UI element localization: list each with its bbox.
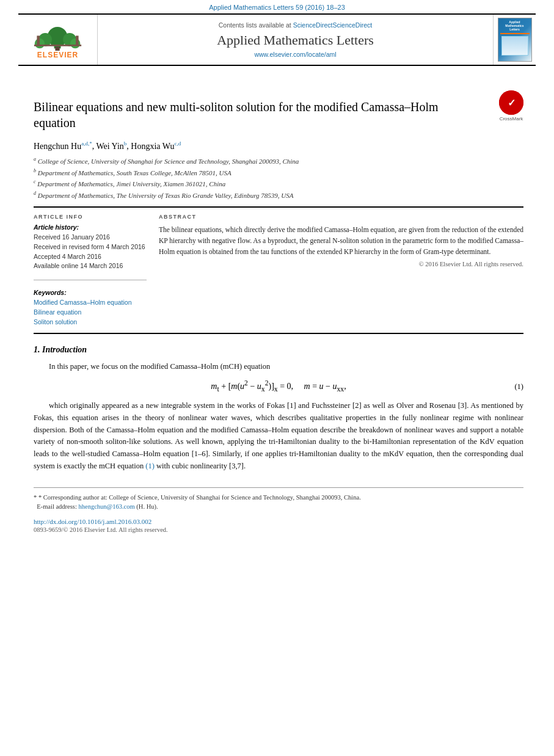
journal-name: Applied Mathematics Letters xyxy=(217,32,374,48)
copyright-line: 0893-9659/© 2016 Elsevier Ltd. All right… xyxy=(34,526,523,533)
author-wei-sup: b xyxy=(124,140,127,147)
crossmark-icon: ✓ xyxy=(499,90,523,115)
contents-line: Contents lists available at ScienceDirec… xyxy=(219,21,373,29)
elsevier-brand-text: ELSEVIER xyxy=(37,51,78,59)
article-body: ARTICLE INFO Article history: Received 1… xyxy=(34,214,523,327)
keyword-1: Modified Camassa–Holm equation xyxy=(34,298,147,308)
available-date: Available online 14 March 2016 xyxy=(34,261,147,271)
accepted-date: Accepted 4 March 2016 xyxy=(34,252,147,262)
section-divider-bottom xyxy=(34,333,523,334)
sciencedirect-link[interactable]: ScienceDirect xyxy=(293,21,333,29)
svg-text:✓: ✓ xyxy=(508,98,516,108)
affiliation-b: b Department of Mathematics, South Texas… xyxy=(34,168,523,178)
footnote-area: * * Corresponding author at: College of … xyxy=(34,487,523,512)
equation-1-block: mt + [m(u2 − ux2)]x = 0, m = u − uxx, (1… xyxy=(34,382,523,391)
affiliation-a: a College of Science, University of Shan… xyxy=(34,156,523,167)
received-date: Received 16 January 2016 xyxy=(34,233,147,242)
article-info-label: ARTICLE INFO xyxy=(34,214,147,220)
author-hu-sup: a,d,* xyxy=(81,140,92,147)
abstract-text: The bilinear equations, which directly d… xyxy=(159,225,523,257)
cover-title-text: AppliedMathematicsLetters xyxy=(505,20,523,31)
author-hu: Hengchun Hu xyxy=(34,142,81,151)
history-label: Article history: xyxy=(34,224,147,231)
elsevier-logo-area: ELSEVIER xyxy=(18,15,98,65)
affiliation-d: d Department of Mathematics, The Univers… xyxy=(34,191,523,201)
crossmark-label: CrossMark xyxy=(499,116,523,122)
footnote-corresponding: * Corresponding author at: College of Sc… xyxy=(38,494,361,501)
affiliations: a College of Science, University of Shan… xyxy=(34,156,523,200)
journal-title-area: Contents lists available at ScienceDirec… xyxy=(98,15,493,65)
keywords-section: Keywords: Modified Camassa–Holm equation… xyxy=(34,289,147,327)
abstract-footer: © 2016 Elsevier Ltd. All rights reserved… xyxy=(159,261,523,267)
author-hongxia-sup: c,d xyxy=(174,140,181,147)
email-label: E-mail address: xyxy=(37,503,77,510)
journal-cover: AppliedMathematicsLetters xyxy=(493,15,536,65)
journal-url[interactable]: www.elsevier.com/locate/aml xyxy=(254,51,336,58)
footnote-email-line: E-mail address: hhengchun@163.com (H. Hu… xyxy=(34,502,523,512)
keyword-2: Bilinear equation xyxy=(34,308,147,318)
svg-point-5 xyxy=(70,38,80,48)
authors-line: Hengchun Hua,d,*, Wei Yinb, Hongxia Wuc,… xyxy=(34,142,523,151)
keywords-label: Keywords: xyxy=(34,289,147,296)
main-content: Bilinear equations and new multi-soliton… xyxy=(0,66,554,544)
keyword-3: Soliton solution xyxy=(34,318,147,327)
abstract-section: ABSTRACT The bilinear equations, which d… xyxy=(159,214,523,327)
intro-section: 1. Introduction In this paper, we focus … xyxy=(34,345,523,472)
intro-heading-text: 1. Introduction xyxy=(34,345,87,354)
intro-paragraph-1: In this paper, we focus on the modified … xyxy=(34,361,523,373)
svg-rect-9 xyxy=(34,45,81,46)
doi-area: http://dx.doi.org/10.1016/j.aml.2016.03.… xyxy=(34,518,523,533)
info-divider xyxy=(34,280,147,280)
journal-header: ELSEVIER Contents lists available at Sci… xyxy=(18,13,536,66)
svg-rect-8 xyxy=(76,35,79,45)
footnote-star: * * Corresponding author at: College of … xyxy=(34,493,523,503)
revised-date: Received in revised form 4 March 2016 xyxy=(34,242,147,252)
abstract-label: ABSTRACT xyxy=(159,214,523,220)
footnote-email[interactable]: hhengchun@163.com xyxy=(78,503,134,510)
title-crossmark-row: Bilinear equations and new multi-soliton… xyxy=(34,88,523,137)
equation-1: mt + [m(u2 − ux2)]x = 0, m = u − uxx, xyxy=(34,382,523,391)
intro-heading: 1. Introduction xyxy=(34,345,523,355)
body-text-2: which originally appeared as a new integ… xyxy=(34,400,523,473)
affiliation-c: c Department of Mathematics, Jimei Unive… xyxy=(34,179,523,189)
paper-title: Bilinear equations and new multi-soliton… xyxy=(34,99,449,131)
journal-cover-image: AppliedMathematicsLetters xyxy=(498,18,532,62)
citation-text: Applied Mathematics Letters 59 (2016) 18… xyxy=(209,4,345,11)
footnote-email-suffix: (H. Hu). xyxy=(136,503,158,510)
intro-paragraph-2: which originally appeared as a new integ… xyxy=(34,400,523,473)
doi-link[interactable]: http://dx.doi.org/10.1016/j.aml.2016.03.… xyxy=(34,518,523,525)
body-text: In this paper, we focus on the modified … xyxy=(34,361,523,373)
citation-bar: Applied Mathematics Letters 59 (2016) 18… xyxy=(0,0,554,13)
author-hongxia: Hongxia Wu xyxy=(131,142,174,151)
elsevier-tree-icon xyxy=(32,20,84,51)
svg-rect-7 xyxy=(37,35,40,45)
article-info-panel: ARTICLE INFO Article history: Received 1… xyxy=(34,214,147,327)
section-divider-top xyxy=(34,206,523,208)
crossmark-badge[interactable]: ✓ CrossMark xyxy=(499,90,523,115)
author-wei: Wei Yin xyxy=(96,142,123,151)
equation-number-1: (1) xyxy=(514,382,523,391)
